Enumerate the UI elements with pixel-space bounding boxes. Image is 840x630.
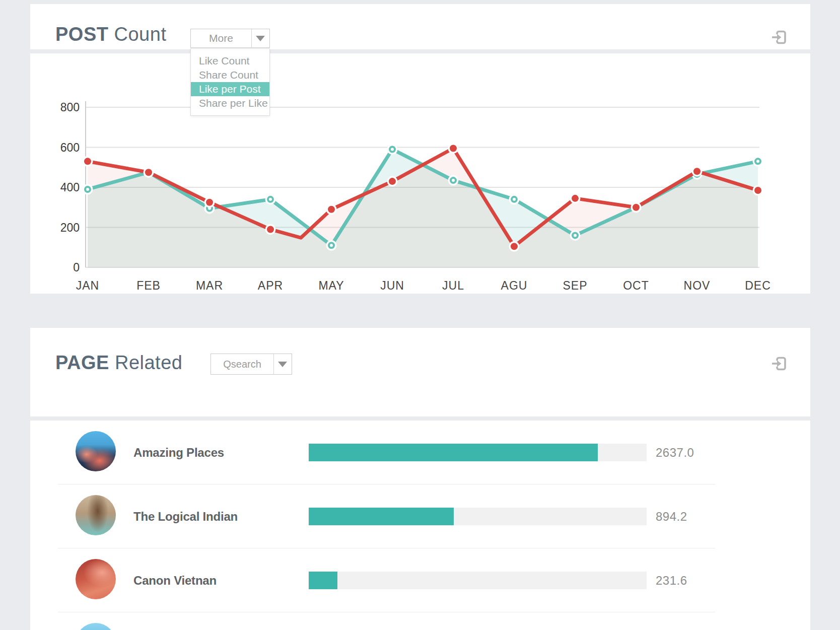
page-avatar xyxy=(76,431,116,471)
page-value: 231.6 xyxy=(656,548,687,612)
page-value: 2637.0 xyxy=(656,421,694,484)
data-point-red[interactable] xyxy=(389,178,396,185)
x-axis-label: MAY xyxy=(318,279,344,292)
list-item[interactable]: Amazing Places 2637.0 xyxy=(30,421,810,484)
point-hole xyxy=(269,198,272,201)
button-divider xyxy=(251,29,252,47)
more-button-label: More xyxy=(191,29,251,47)
x-axis-label: APR xyxy=(258,279,283,292)
export-icon[interactable] xyxy=(771,29,788,46)
post-count-header-card: POST Count More xyxy=(30,4,810,49)
post-count-title: POST Count xyxy=(55,24,166,45)
data-point-red[interactable] xyxy=(328,206,335,213)
x-axis-label: JUL xyxy=(442,279,464,292)
button-divider xyxy=(273,354,274,374)
x-axis-label: OCT xyxy=(623,279,649,292)
page-related-title: PAGE Related xyxy=(55,352,182,374)
dropdown-item-like-per-post[interactable]: Like per Post xyxy=(191,82,269,96)
y-axis-label: 200 xyxy=(60,221,80,234)
data-point-red[interactable] xyxy=(754,187,761,194)
more-dropdown-button[interactable]: More xyxy=(190,29,270,48)
list-item-partial[interactable] xyxy=(30,612,810,630)
data-point-red[interactable] xyxy=(693,168,701,175)
list-item[interactable]: The Logical Indian 894.2 xyxy=(30,484,810,548)
data-point-red[interactable] xyxy=(206,199,213,206)
export-icon[interactable] xyxy=(771,355,788,372)
data-point-red[interactable] xyxy=(450,145,457,152)
y-axis-label: 600 xyxy=(60,141,80,154)
data-point-red[interactable] xyxy=(84,158,91,165)
post-count-title-light: Count xyxy=(114,24,167,45)
point-hole xyxy=(513,198,516,201)
point-hole xyxy=(391,148,394,151)
caret-down-icon xyxy=(278,362,287,367)
page-avatar xyxy=(76,559,116,599)
data-point-red[interactable] xyxy=(145,169,152,176)
post-count-chart-card: 0200400600800JANFEBMARAPRMAYJUNJULAGUSEP… xyxy=(30,53,810,294)
data-point-red[interactable] xyxy=(267,226,274,233)
x-axis-label: NOV xyxy=(684,279,711,292)
export-icon-arrow-head xyxy=(777,361,782,367)
x-axis-label: FEB xyxy=(136,279,161,292)
post-count-title-strong: POST xyxy=(55,24,108,45)
page-bar-fill xyxy=(309,508,454,525)
page-related-list: Amazing Places 2637.0 The Logical Indian… xyxy=(30,421,810,630)
page-related-title-strong: PAGE xyxy=(55,352,109,373)
page-bar-fill xyxy=(309,444,598,461)
dropdown-item-share-count[interactable]: Share Count xyxy=(191,68,269,82)
y-axis-label: 800 xyxy=(60,101,80,114)
list-item[interactable]: Canon Vietnan 231.6 xyxy=(30,548,810,612)
page-name: Amazing Places xyxy=(133,421,224,484)
page-name: The Logical Indian xyxy=(133,484,238,548)
data-point-red[interactable] xyxy=(511,243,518,250)
data-point-red[interactable] xyxy=(572,195,579,202)
export-icon-arrow-head xyxy=(777,34,782,41)
x-axis-label: JAN xyxy=(76,279,99,292)
dropdown-item-like-count[interactable]: Like Count xyxy=(191,54,269,68)
x-axis-label: SEP xyxy=(563,279,587,292)
page-name: Canon Vietnan xyxy=(133,548,217,612)
caret-down-icon xyxy=(256,36,265,41)
y-axis-label: 0 xyxy=(73,261,80,274)
point-hole xyxy=(452,179,455,182)
x-axis-label: AGU xyxy=(501,279,528,292)
x-axis-label: MAR xyxy=(196,279,223,292)
point-hole xyxy=(86,188,89,191)
page-related-title-light: Related xyxy=(115,352,182,373)
post-count-chart: 0200400600800JANFEBMARAPRMAYJUNJULAGUSEP… xyxy=(30,53,810,294)
point-hole xyxy=(574,234,577,237)
x-axis-label: DEC xyxy=(745,279,771,292)
qsearch-dropdown-button[interactable]: Qsearch xyxy=(211,354,292,375)
qsearch-button-label: Qsearch xyxy=(211,354,273,374)
page-related-header-card: PAGE Related Qsearch xyxy=(30,328,810,416)
y-axis-label: 400 xyxy=(60,181,80,194)
page-bar-track xyxy=(309,444,647,461)
data-point-red[interactable] xyxy=(633,204,640,211)
point-hole xyxy=(330,244,333,247)
page-avatar xyxy=(76,495,116,535)
page-bar-fill xyxy=(309,572,337,589)
dropdown-item-share-per-like[interactable]: Share per Like xyxy=(191,96,269,110)
point-hole xyxy=(756,160,759,163)
page-bar-track xyxy=(309,572,647,589)
page-bar-track xyxy=(309,508,647,525)
x-axis-label: JUN xyxy=(380,279,404,292)
page-value: 894.2 xyxy=(656,484,687,548)
more-dropdown-menu: Like Count Share Count Like per Post Sha… xyxy=(190,48,270,116)
page-avatar xyxy=(76,623,116,630)
